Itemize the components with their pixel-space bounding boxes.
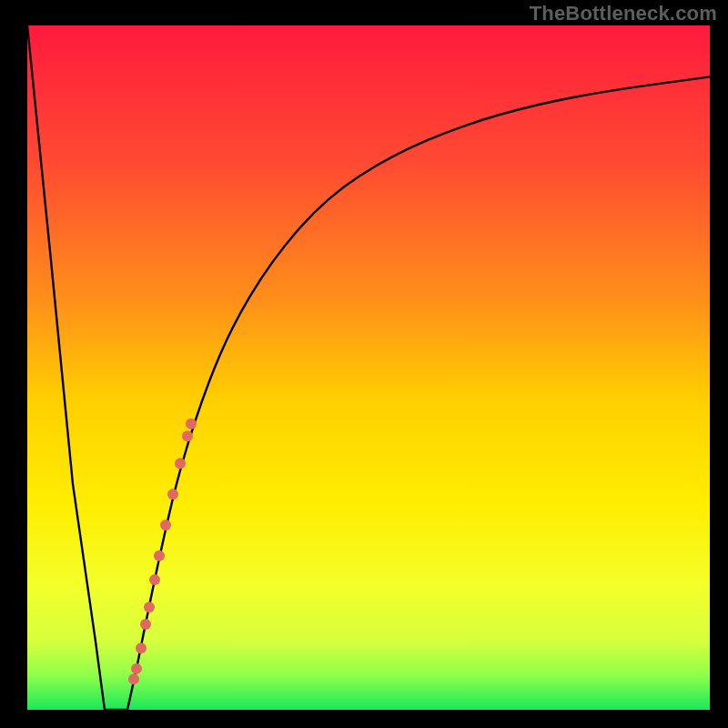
- highlight-dot: [136, 642, 147, 653]
- highlight-dot: [160, 520, 171, 531]
- highlight-dot: [144, 602, 155, 612]
- highlight-dot: [128, 673, 139, 684]
- highlight-dot: [182, 430, 193, 441]
- highlight-dot: [186, 419, 197, 430]
- highlight-dot: [167, 489, 178, 500]
- highlight-dot: [149, 574, 160, 585]
- gradient-background: [27, 25, 710, 710]
- highlight-dot: [175, 458, 186, 469]
- bottleneck-chart-svg: [0, 0, 728, 728]
- highlight-dot: [154, 551, 165, 561]
- chart-stage: TheBottleneck.com: [0, 0, 728, 728]
- watermark-text: TheBottleneck.com: [530, 2, 717, 25]
- highlight-dot: [140, 619, 151, 630]
- highlight-dot: [131, 663, 142, 674]
